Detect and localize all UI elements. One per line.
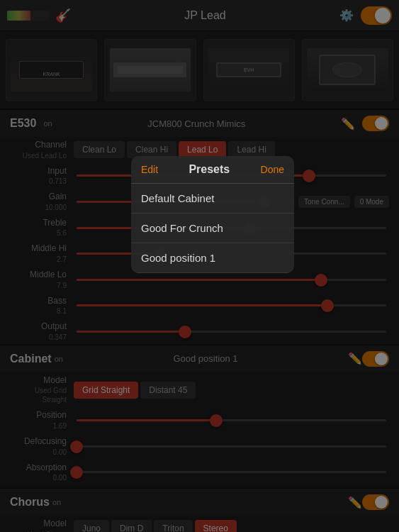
preset-item-2[interactable]: Good position 1 — [131, 243, 294, 273]
preset-item-1[interactable]: Good For Crunch — [131, 214, 294, 243]
presets-edit-button[interactable]: Edit — [141, 164, 158, 175]
presets-done-button[interactable]: Done — [261, 164, 284, 175]
presets-modal: Edit Presets Done Default Cabinet Good F… — [131, 156, 294, 273]
presets-modal-title: Presets — [189, 163, 230, 176]
modal-overlay[interactable]: Edit Presets Done Default Cabinet Good F… — [0, 0, 399, 532]
preset-item-0[interactable]: Default Cabinet — [131, 184, 294, 214]
presets-modal-header: Edit Presets Done — [131, 156, 294, 184]
